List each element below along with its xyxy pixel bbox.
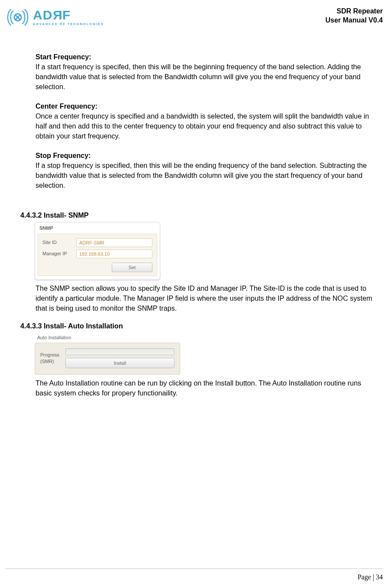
progress-bar xyxy=(65,348,175,355)
stop-freq-title: Stop Frequency: xyxy=(36,151,378,161)
snmp-btn-row: Set xyxy=(42,261,152,272)
section-start-freq: Start Frequency: If a start frequency is… xyxy=(36,52,378,92)
brand-logo: ADRF ADVANCED RF TECHNOLOGIES xyxy=(5,7,104,28)
progress-label: Progress (SMR) xyxy=(40,352,59,365)
logo-text: ADRF ADVANCED RF TECHNOLOGIES xyxy=(33,9,104,26)
doc-title-line2: User Manual V0.4 xyxy=(326,16,383,25)
manager-ip-label: Manager IP xyxy=(42,251,76,257)
set-button[interactable]: Set xyxy=(112,263,152,272)
auto-install-panel: Auto Installation Progress (SMR) Install xyxy=(35,333,180,375)
snmp-panel-title: SNMP xyxy=(35,225,160,234)
doc-title-line1: SDR Repeater xyxy=(326,7,383,16)
start-freq-title: Start Frequency: xyxy=(36,52,378,62)
snmp-desc: The SNMP section allows you to specify t… xyxy=(36,283,378,313)
progress-right: Install xyxy=(65,348,175,368)
auto-install-desc: The Auto Installation routine can be run… xyxy=(36,378,378,398)
snmp-panel-body: Site ID Manager IP Set xyxy=(38,234,157,276)
center-freq-title: Center Frequency: xyxy=(36,101,378,111)
manager-ip-row: Manager IP xyxy=(42,250,152,258)
site-id-input[interactable] xyxy=(76,238,152,247)
progress-line2: (SMR) xyxy=(40,358,59,365)
manager-ip-input[interactable] xyxy=(76,250,152,258)
doc-title: SDR Repeater User Manual V0.4 xyxy=(326,7,383,25)
section-stop-freq: Stop Frequency: If a stop frequency is s… xyxy=(36,151,378,190)
auto-install-title: Auto Installation xyxy=(35,333,180,343)
logo-icon xyxy=(5,7,30,28)
stop-freq-body: If a stop frequency is specified, then t… xyxy=(36,161,378,190)
content: Start Frequency: If a start frequency is… xyxy=(5,31,383,398)
page-footer: Page | 34 xyxy=(358,573,383,581)
footer-rule xyxy=(5,569,383,569)
logo-main: ADRF xyxy=(33,9,104,22)
auto-install-heading: 4.4.3.3 Install- Auto Installation xyxy=(20,321,378,331)
page: ADRF ADVANCED RF TECHNOLOGIES SDR Repeat… xyxy=(0,0,388,398)
site-id-row: Site ID xyxy=(42,238,152,247)
auto-install-body: Progress (SMR) Install xyxy=(35,343,180,375)
progress-line1: Progress xyxy=(40,352,59,358)
site-id-label: Site ID xyxy=(42,239,76,246)
section-center-freq: Center Frequency: Once a center frequncy… xyxy=(36,101,378,141)
start-freq-body: If a start frequency is specifed, then t… xyxy=(36,62,378,92)
snmp-panel: SNMP Site ID Manager IP Set xyxy=(35,222,160,280)
install-button[interactable]: Install xyxy=(65,358,175,368)
logo-tagline: ADVANCED RF TECHNOLOGIES xyxy=(33,22,104,26)
page-header: ADRF ADVANCED RF TECHNOLOGIES SDR Repeat… xyxy=(5,7,383,31)
snmp-heading: 4.4.3.2 Install- SNMP xyxy=(20,210,378,220)
center-freq-body: Once a center frequncy is specified and … xyxy=(36,111,378,141)
